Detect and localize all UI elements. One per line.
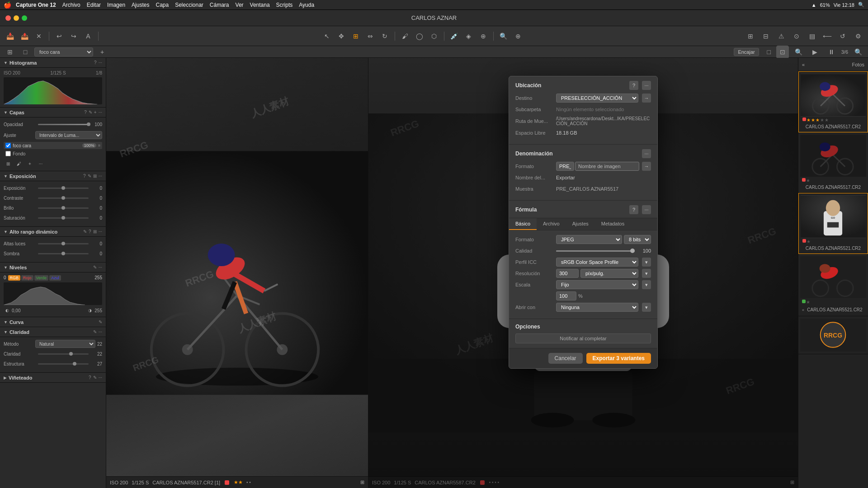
filmstrip-item-3[interactable]: 1 GO <box>798 193 868 254</box>
histogram-more[interactable]: ··· <box>99 60 102 65</box>
exposure-help[interactable]: ? <box>83 174 86 178</box>
hdr-copy[interactable]: ⊞ <box>93 229 97 234</box>
clarity-more[interactable]: ··· <box>99 329 102 334</box>
settings-btn[interactable]: ⚙ <box>852 30 864 42</box>
add-folder-btn[interactable]: + <box>96 46 108 58</box>
estructura-slider[interactable] <box>38 363 89 365</box>
window-controls[interactable] <box>5 15 27 21</box>
resolucion-input[interactable] <box>556 269 579 278</box>
menu-ventana[interactable]: Ventana <box>250 2 270 8</box>
adjust-select[interactable]: Intervalo de Luma... <box>35 131 102 139</box>
opacity-slider[interactable] <box>38 124 89 125</box>
apple-menu[interactable]: 🍎 <box>4 1 11 9</box>
single-view-icon[interactable]: □ <box>19 46 32 58</box>
focus-btn[interactable]: ⊙ <box>790 30 803 42</box>
warning-btn[interactable]: ⚠ <box>775 30 788 42</box>
hdr-more[interactable]: ··· <box>99 229 102 234</box>
hdr-help[interactable]: ? <box>89 229 91 234</box>
select-tool[interactable]: ↖ <box>321 30 333 42</box>
notificar-btn[interactable]: Notificar al completar <box>515 333 651 343</box>
exposure-more[interactable]: ··· <box>99 174 102 178</box>
destino-arrow[interactable]: → <box>642 94 651 103</box>
escala-more[interactable]: ▾ <box>642 280 651 289</box>
abrir-more[interactable]: ▾ <box>642 303 651 312</box>
rotate-tool[interactable]: ↻ <box>378 30 391 42</box>
layer-add-btn[interactable]: + <box>25 159 34 168</box>
destino-select[interactable]: PRESELECCIÓN_ACCIÓN <box>556 94 638 103</box>
ubicacion-more[interactable]: ··· <box>642 81 651 90</box>
menu-scripts[interactable]: Scripts <box>276 2 293 8</box>
zoom-in[interactable]: 🔍 <box>497 30 510 42</box>
menu-capa[interactable]: Capa <box>156 2 169 8</box>
calidad-slider[interactable] <box>556 250 635 252</box>
exposure-edit[interactable]: ✎ <box>88 174 91 178</box>
grid-icon-small[interactable]: ⊞ <box>4 46 16 58</box>
spotlight-icon[interactable]: 🔍 <box>858 2 864 8</box>
layer1-check[interactable] <box>5 143 11 148</box>
escala-pct-input[interactable] <box>556 291 576 300</box>
layers-more[interactable]: ··· <box>99 110 102 115</box>
curve-section-header[interactable]: ▼ Curva ✎ <box>0 317 106 327</box>
lasso-tool[interactable]: ⬡ <box>428 30 440 42</box>
formato-formula-select[interactable]: JPEG <box>556 235 622 244</box>
brush-tool[interactable]: 🖌 <box>399 30 411 42</box>
layer-brush-btn[interactable]: 🖌 <box>14 159 24 168</box>
compare-view[interactable]: ⊟ <box>760 30 772 42</box>
histogram-section-header[interactable]: ▼ Histograma ? ··· <box>0 58 106 68</box>
export-btn[interactable]: 📤 <box>18 30 31 42</box>
layers-help[interactable]: ? <box>84 110 87 115</box>
menu-editar[interactable]: Editar <box>87 2 101 8</box>
exposure-slider[interactable] <box>38 188 89 189</box>
maximize-button[interactable] <box>22 15 27 21</box>
reset-btn[interactable]: ↺ <box>836 30 849 42</box>
wb-tool[interactable]: ◈ <box>462 30 475 42</box>
channel-rgb[interactable]: RGB <box>8 275 21 281</box>
single-view-toggle[interactable]: □ <box>763 46 775 58</box>
levels-more[interactable]: ··· <box>99 265 102 270</box>
exposure-section-header[interactable]: ▼ Exposición ? ✎ ⊞ ··· <box>0 171 106 181</box>
close-button[interactable] <box>5 15 11 21</box>
menu-ajustes[interactable]: Ajustes <box>132 2 149 8</box>
tab-ajustes[interactable]: Ajustes <box>566 218 595 230</box>
delete-btn[interactable]: ✕ <box>33 30 45 42</box>
grid-view[interactable]: ⊞ <box>744 30 757 42</box>
channel-blue[interactable]: Azul <box>49 275 61 281</box>
exposure-copy[interactable]: ⊞ <box>93 174 97 178</box>
resolucion-more[interactable]: ▾ <box>642 269 651 278</box>
formato-arrow[interactable]: → <box>642 162 651 171</box>
layer-copy-btn[interactable]: ⊞ <box>4 159 13 168</box>
channel-green[interactable]: Verde <box>34 275 49 281</box>
filmstrip-prev[interactable]: « <box>802 62 805 67</box>
menu-archivo[interactable]: Archivo <box>62 2 80 8</box>
eraser-tool[interactable]: ◯ <box>413 30 426 42</box>
undo-btn[interactable]: ↩ <box>53 30 66 42</box>
healing-tool[interactable]: ⊕ <box>477 30 490 42</box>
abrir-select[interactable]: Ninguna <box>556 303 638 312</box>
escala-select[interactable]: Fijo <box>556 280 638 289</box>
brillo-slider[interactable] <box>38 207 89 209</box>
filmstrip-item-1[interactable]: 1 <box>798 71 868 132</box>
hdr-edit[interactable]: ✎ <box>83 229 87 234</box>
levels-section-header[interactable]: ▼ Niveles ✎ ··· <box>0 263 106 272</box>
straighten-tool[interactable]: ⇔ <box>364 30 377 42</box>
menu-camara[interactable]: Cámara <box>210 2 229 8</box>
pause-btn[interactable]: ⏸ <box>825 46 838 58</box>
altas-slider[interactable] <box>38 243 89 244</box>
filmstrip-item-4[interactable]: 2 ★ « CARLOS AZNAR5521.CR2 <box>798 254 868 316</box>
crop-tool[interactable]: ⊞ <box>349 30 362 42</box>
filmstrip-item-5[interactable]: 2 RRCG <box>798 316 868 354</box>
contrast-slider[interactable] <box>38 197 89 199</box>
claridad-slider[interactable] <box>38 353 89 355</box>
hdr-section-header[interactable]: ▼ Alto rango dinámico ✎ ? ⊞ ··· <box>0 227 106 237</box>
menu-imagen[interactable]: Imagen <box>107 2 125 8</box>
eyedropper-tool[interactable]: 💉 <box>448 30 461 42</box>
search-nav[interactable]: 🔍 <box>852 46 864 58</box>
curve-edit[interactable]: ✎ <box>99 319 102 324</box>
menu-seleccionar[interactable]: Seleccionar <box>175 2 203 8</box>
encajar-btn[interactable]: Encajar <box>734 48 759 56</box>
menu-ayuda[interactable]: Ayuda <box>299 2 314 8</box>
prev-btn[interactable]: ⟵ <box>821 30 834 42</box>
layers-section-header[interactable]: ▼ Capas ? ✎ + ··· <box>0 108 106 117</box>
layer2-check[interactable] <box>5 151 11 156</box>
vignette-section-header[interactable]: ▶ Viñeteado ? ✎ ··· <box>0 373 106 383</box>
